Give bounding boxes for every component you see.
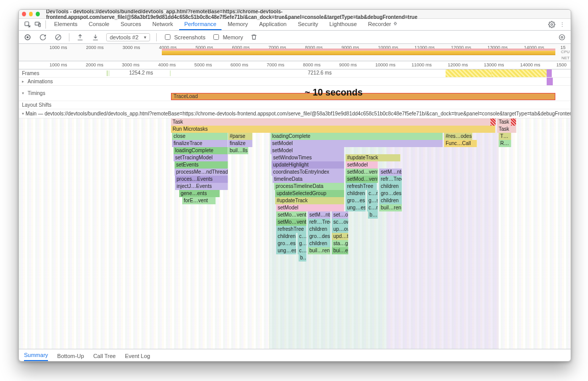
more-icon[interactable]: ⋮ xyxy=(557,20,567,29)
tab-application[interactable]: Application xyxy=(254,19,292,30)
frames-track[interactable]: Frames 1254.2 ms 7212.6 ms xyxy=(19,69,571,78)
bar-bn[interactable]: b…n xyxy=(368,211,378,219)
bar-updatetrack[interactable]: #updateTrack xyxy=(346,154,401,161)
bar-grodes[interactable]: gro…des xyxy=(379,190,402,197)
bar-unges2[interactable]: ung…es xyxy=(276,247,297,254)
animations-track[interactable]: ▸Animations xyxy=(19,78,571,86)
tab-network[interactable]: Network xyxy=(148,19,178,30)
bar-finalizetrace[interactable]: finalizeTrace xyxy=(172,140,228,147)
bar-c[interactable]: c… xyxy=(298,233,307,240)
bar-geneents[interactable]: gene…ents xyxy=(179,190,220,197)
tab-summary[interactable]: Summary xyxy=(24,350,48,361)
bar-refrtree2[interactable]: refr…Tree xyxy=(308,219,331,226)
record-icon[interactable] xyxy=(23,33,32,42)
bar-updselgroup[interactable]: updateSelectedGroup xyxy=(275,190,345,197)
tab-recorder[interactable]: Recorder xyxy=(363,19,403,30)
bar-setmodel4[interactable]: setModel xyxy=(276,204,345,211)
trash-icon[interactable] xyxy=(249,33,258,42)
timings-track[interactable]: ▾Timings TraceLoad xyxy=(19,86,571,101)
tab-security[interactable]: Security xyxy=(292,19,323,30)
upload-icon[interactable] xyxy=(76,33,85,42)
bar-setevents[interactable]: setEvents xyxy=(175,161,228,169)
bar-injectevents[interactable]: injectJ…Events xyxy=(175,183,228,190)
bar-loadingcomplete[interactable]: loadingComplete xyxy=(271,133,443,140)
layout-shifts-track[interactable]: Layout Shifts xyxy=(19,101,571,109)
flame-graph[interactable]: Task Task Run Microtasks Task close #par… xyxy=(19,118,571,349)
reload-icon[interactable] xyxy=(38,33,47,42)
bar-setmovents2[interactable]: setMo…vents xyxy=(276,219,307,226)
bar-children5[interactable]: children xyxy=(276,233,297,240)
bar-setmodevents[interactable]: setMod…vents xyxy=(346,169,378,176)
bar-r[interactable]: R… xyxy=(499,140,511,147)
bar-refrtree[interactable]: refr…Tree xyxy=(379,176,402,183)
traceload-span[interactable]: TraceLoad xyxy=(171,93,555,100)
bar-setwindowtimes[interactable]: setWindowTimes xyxy=(272,154,345,161)
bar-settracingmodel[interactable]: setTracingModel xyxy=(174,154,228,161)
minimize-icon[interactable] xyxy=(29,12,33,16)
zoom-icon[interactable] xyxy=(36,12,40,16)
bar-task[interactable]: Task xyxy=(497,118,517,126)
screenshots-checkbox[interactable]: Screenshots xyxy=(163,33,205,41)
tab-elements[interactable]: Elements xyxy=(49,19,83,30)
bar-proctimeline[interactable]: processTimelineData xyxy=(274,183,345,190)
tab-lighthouse[interactable]: Lighthouse xyxy=(324,19,362,30)
inspect-icon[interactable] xyxy=(23,20,32,29)
bar-setmnts[interactable]: setM…nts xyxy=(379,169,402,176)
bar-setmovents[interactable]: setMo…vents xyxy=(276,211,307,219)
bar-refreshtree[interactable]: refreshTree xyxy=(346,183,377,190)
bar-t[interactable]: T… xyxy=(499,133,511,140)
overview-minimap[interactable]: 1000 ms2000 ms3000 ms4000 ms5000 ms6000 … xyxy=(19,44,571,61)
collapse-icon[interactable]: ▾ xyxy=(22,111,24,116)
tab-memory[interactable]: Memory xyxy=(223,19,253,30)
bar-updatetrack2[interactable]: #updateTrack xyxy=(275,197,345,204)
bar-runmicrotasks[interactable]: Run Microtasks xyxy=(171,126,496,133)
tab-calltree[interactable]: Call Tree xyxy=(93,351,116,361)
bar-c2[interactable]: c… xyxy=(298,247,307,254)
bar-coordstoidx[interactable]: coordinatesToEntryIndex xyxy=(272,169,345,176)
bar-children6[interactable]: children xyxy=(308,240,331,247)
bar-cn[interactable]: c…n xyxy=(367,190,378,197)
tab-eventlog[interactable]: Event Log xyxy=(125,351,151,361)
bar-buildcalls[interactable]: buil…lls xyxy=(228,147,249,154)
settings-icon[interactable] xyxy=(547,20,556,29)
bar-updts[interactable]: upd…ts xyxy=(332,233,349,240)
bar-stage[interactable]: sta…ge xyxy=(332,240,349,247)
session-select[interactable]: devtools #2 xyxy=(106,33,150,41)
collapse-icon[interactable]: ▾ xyxy=(22,91,26,96)
bar-children3[interactable]: children xyxy=(379,197,402,204)
bar-g[interactable]: g… xyxy=(298,240,307,247)
bar-task[interactable]: Task xyxy=(497,126,517,133)
bar-updatehighlight[interactable]: updateHighlight xyxy=(272,161,345,169)
bar-parse[interactable]: #parse xyxy=(228,133,253,140)
bar-buied[interactable]: bui…ed xyxy=(332,247,349,254)
bar-builren[interactable]: buil…ren xyxy=(379,204,402,211)
tab-console[interactable]: Console xyxy=(84,19,114,30)
bar-scow[interactable]: sc…ow xyxy=(332,219,349,226)
bar-loadingcomplete2[interactable]: loadingComplete xyxy=(174,147,228,154)
bar-finalize[interactable]: finalize xyxy=(228,140,253,147)
bar-processthreads[interactable]: processMe…ndThreads xyxy=(175,169,228,176)
bar-b[interactable]: b… xyxy=(299,254,307,261)
bar-grodes2[interactable]: gro…des xyxy=(308,233,331,240)
bar-groes2[interactable]: gro…es xyxy=(276,240,297,247)
tab-performance[interactable]: Performance xyxy=(179,19,222,30)
close-icon[interactable] xyxy=(22,12,26,16)
main-thread-header[interactable]: ▾ Main — devtools://devtools/bundled/dev… xyxy=(19,109,571,118)
bar-setmodel2[interactable]: setModel xyxy=(271,147,345,154)
bar-groes[interactable]: gro…es xyxy=(346,197,366,204)
bar-funccall[interactable]: Func…Call xyxy=(444,140,477,147)
bar-children[interactable]: children xyxy=(379,183,402,190)
bar-unges[interactable]: ung…es xyxy=(346,204,366,211)
bar-task[interactable]: Task xyxy=(171,118,496,126)
memory-checkbox[interactable]: Memory xyxy=(211,33,243,41)
bar-forevent[interactable]: forE…vent xyxy=(182,197,216,204)
tab-bottomup[interactable]: Bottom-Up xyxy=(57,351,84,361)
bar-builren2[interactable]: buil…ren xyxy=(308,247,331,254)
bar-procevents[interactable]: proces…Events xyxy=(175,176,228,183)
bar-refreshtree2[interactable]: refreshTree xyxy=(276,226,307,233)
bar-children2[interactable]: children xyxy=(346,190,366,197)
bar-setmodevents2[interactable]: setMod…vents xyxy=(346,176,378,183)
bar-gs[interactable]: g…s xyxy=(367,197,378,204)
bar-setmodel3[interactable]: setModel xyxy=(346,161,378,169)
bar-children4[interactable]: children xyxy=(308,226,331,233)
